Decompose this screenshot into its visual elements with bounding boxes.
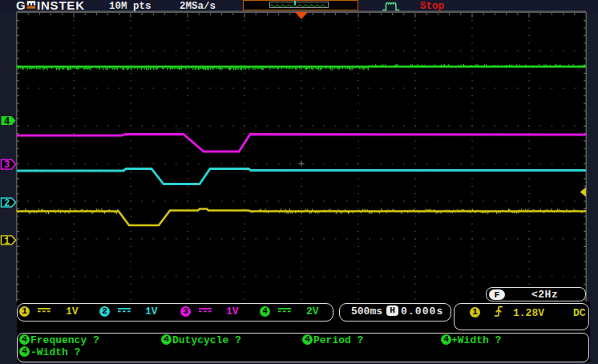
svg-text:INSTEK: INSTEK (37, 0, 85, 12)
svg-text:4: 4 (4, 116, 10, 127)
svg-text:2: 2 (4, 198, 10, 209)
svg-text:3: 3 (4, 160, 10, 171)
svg-text:1: 1 (4, 236, 10, 247)
svg-text:G: G (16, 0, 26, 12)
